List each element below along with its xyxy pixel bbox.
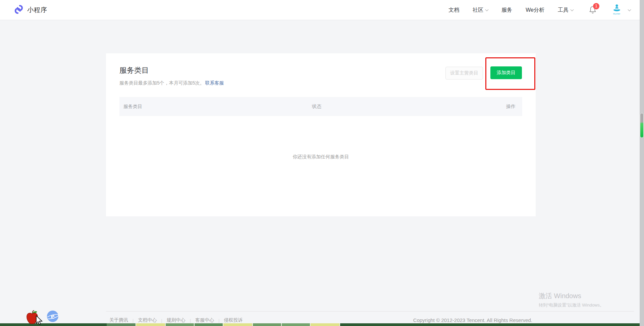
- footer-separator: |: [161, 318, 162, 323]
- nav-label: 社区: [473, 7, 483, 14]
- nav-item-we-analytics[interactable]: We分析: [526, 7, 544, 14]
- account-avatar[interactable]: Skychakr: [609, 4, 624, 16]
- mouse-cursor-icon: [36, 316, 44, 326]
- copyright-text: Copyright © 2012-2023 Tencent. All Right…: [413, 317, 532, 323]
- bell-icon: [589, 9, 597, 15]
- excel-strip-blocks: [107, 323, 340, 326]
- brand-title: 小程序: [27, 6, 47, 14]
- scrollbar-thumb[interactable]: [640, 113, 644, 138]
- add-category-button[interactable]: 添加类目: [490, 66, 522, 79]
- service-category-card: 服务类目 服务类目最多添加5个，本月可添加5次。联系客服 设置主营类目 添加类目…: [106, 53, 536, 216]
- footer-link-support-center[interactable]: 客服中心: [195, 317, 214, 323]
- brand[interactable]: 小程序: [13, 0, 47, 20]
- avatar-logo-icon: [612, 4, 622, 13]
- nav-item-tools[interactable]: 工具: [558, 7, 573, 14]
- category-limit-description: 服务类目最多添加5个，本月可添加5次。联系客服: [119, 80, 224, 86]
- notification-badge: 1: [593, 3, 599, 9]
- notification-bell[interactable]: 1: [589, 5, 597, 15]
- nav-label: 服务: [501, 7, 512, 14]
- footer-link-doc-center[interactable]: 文档中心: [138, 317, 157, 323]
- footer-separator: |: [190, 318, 191, 323]
- table-header: 服务类目 状态 操作: [119, 97, 522, 116]
- nav-item-community[interactable]: 社区: [473, 7, 488, 14]
- scrollbar-track[interactable]: [640, 0, 644, 326]
- footer-divider: [106, 311, 634, 312]
- chevron-down-icon: [485, 8, 489, 11]
- footer-link-infringement[interactable]: 侵权投诉: [224, 317, 243, 323]
- nav-label: We分析: [526, 7, 544, 14]
- footer-separator: |: [218, 318, 219, 323]
- internet-explorer-icon[interactable]: e: [47, 311, 58, 322]
- watermark-subtitle: 转到“电脑设置”以激活 Windows。: [539, 302, 604, 308]
- column-service-category: 服务类目: [123, 97, 142, 116]
- account-chevron-icon[interactable]: [628, 8, 631, 11]
- nav-label: 文档: [448, 7, 459, 14]
- footer-links: 关于腾讯| 文档中心| 规则中心| 客服中心| 侵权投诉: [109, 317, 243, 323]
- nav-label: 工具: [558, 7, 569, 14]
- contact-support-link[interactable]: 联系客服: [205, 80, 224, 86]
- chevron-down-icon: [571, 8, 574, 11]
- set-main-category-button[interactable]: 设置主营类目: [445, 67, 483, 79]
- avatar-caption: Skychakr: [613, 13, 620, 15]
- background-window-strip: [0, 323, 644, 326]
- page-title: 服务类目: [119, 65, 149, 75]
- nav-item-service[interactable]: 服务: [501, 7, 512, 14]
- column-actions: 操作: [506, 97, 516, 116]
- description-text: 服务类目最多添加5个，本月可添加5次。: [119, 80, 205, 86]
- footer-link-rules-center[interactable]: 规则中心: [167, 317, 185, 323]
- topbar: 小程序 文档 社区 服务 We分析 工具: [0, 0, 644, 20]
- footer-link-about-tencent[interactable]: 关于腾讯: [109, 317, 128, 323]
- empty-state-message: 你还没有添加任何服务类目: [106, 154, 536, 160]
- nav-item-docs[interactable]: 文档: [448, 7, 459, 14]
- top-nav: 文档 社区 服务 We分析 工具: [435, 0, 631, 20]
- column-status: 状态: [312, 97, 321, 116]
- screen: 小程序 文档 社区 服务 We分析 工具: [0, 0, 644, 326]
- watermark-title: 激活 Windows: [539, 291, 604, 301]
- miniprogram-logo-icon: [13, 4, 24, 16]
- footer-separator: |: [132, 318, 133, 323]
- windows-activation-watermark: 激活 Windows 转到“电脑设置”以激活 Windows。: [539, 291, 604, 308]
